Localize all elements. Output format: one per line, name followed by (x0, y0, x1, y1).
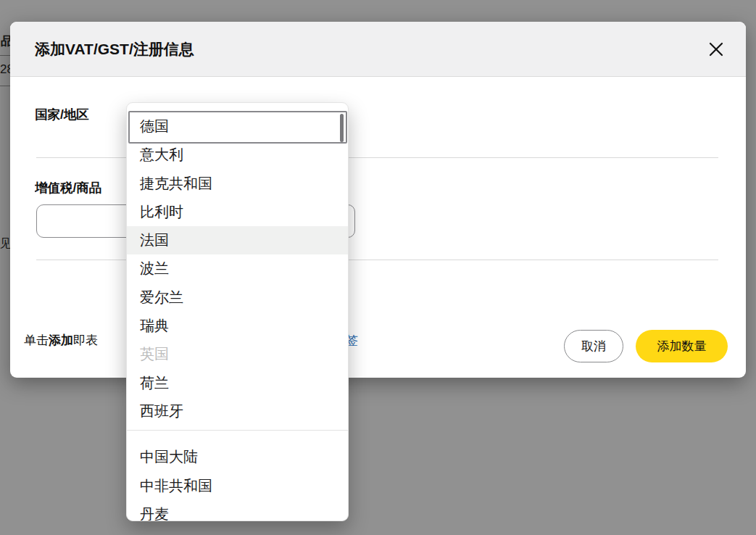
dialog-header: 添加VAT/GST/注册信息 (10, 22, 746, 77)
country-dropdown-menu: 德国意大利捷克共和国比利时法国波兰爱尔兰瑞典英国荷兰西班牙中国大陆中非共和国丹麦 (126, 102, 349, 521)
country-option-item[interactable]: 爱尔兰 (127, 283, 348, 312)
add-vat-gst-dialog: 添加VAT/GST/注册信息 国家/地区 增值税/商品 单击添加即表 签 取消 … (10, 22, 746, 378)
country-option-selected[interactable]: 德国 (127, 112, 348, 141)
country-region-label: 国家/地区 (35, 106, 89, 123)
country-option-item[interactable]: 捷克共和国 (127, 170, 348, 198)
country-option-item[interactable]: 西班牙 (127, 397, 348, 426)
agreement-text-suffix: 即表 (73, 333, 98, 347)
close-button[interactable] (707, 41, 726, 59)
country-option-list: 德国意大利捷克共和国比利时法国波兰爱尔兰瑞典英国荷兰西班牙中国大陆中非共和国丹麦 (127, 103, 348, 521)
country-option-item[interactable]: 意大利 (127, 141, 348, 169)
country-option-item[interactable]: 中非共和国 (127, 472, 348, 500)
country-option-item[interactable]: 中国大陆 (127, 443, 348, 471)
screen: 品牌 28 见, 添加VAT/GST/注册信息 国家/地区 增值税/商品 单击添… (0, 0, 756, 535)
agreement-text-add-keyword: 添加 (49, 333, 73, 347)
country-option-item[interactable]: 丹麦 (127, 500, 348, 521)
cancel-button[interactable]: 取消 (564, 330, 623, 362)
agreement-text-prefix: 单击 (24, 333, 49, 347)
country-option-item[interactable]: 瑞典 (127, 312, 348, 340)
dropdown-group-separator (127, 430, 348, 431)
add-submit-button[interactable]: 添加数量 (636, 330, 728, 362)
country-option-item[interactable]: 荷兰 (127, 369, 348, 397)
country-option-item[interactable]: 法国 (127, 226, 348, 254)
country-option-item: 英国 (127, 340, 348, 368)
close-icon (707, 49, 725, 60)
agreement-text: 单击添加即表 (24, 332, 98, 349)
dialog-title: 添加VAT/GST/注册信息 (35, 22, 194, 77)
country-option-item[interactable]: 波兰 (127, 254, 348, 283)
country-option-item[interactable]: 比利时 (127, 198, 348, 226)
